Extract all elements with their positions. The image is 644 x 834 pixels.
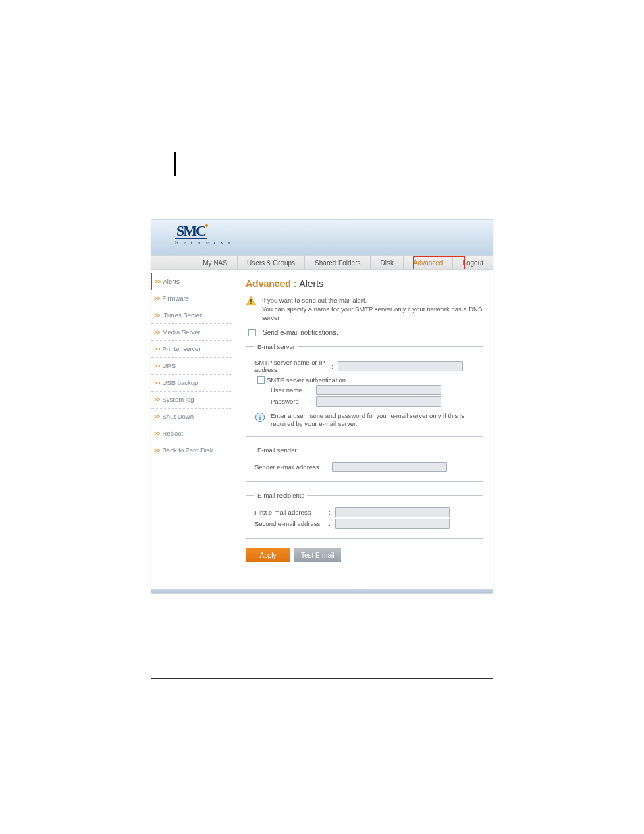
nav-label: Logout (462, 259, 483, 267)
nav-label: Users & Groups (247, 259, 295, 267)
title-prefix: Advanced : (246, 278, 299, 289)
colon: : (306, 386, 316, 394)
sender-address-input[interactable] (332, 462, 447, 472)
page-title: Advanced : Alerts (246, 278, 483, 289)
svg-rect-4 (259, 417, 260, 420)
smtp-address-input[interactable] (338, 361, 463, 371)
header-banner: SMC N e t w o r k s (151, 220, 493, 255)
send-notifications-label: Send e-mail notifications. (263, 329, 338, 336)
sender-address-label: Sender e-mail address (254, 463, 322, 471)
first-email-label: First e-mail address (254, 509, 325, 516)
svg-rect-2 (250, 303, 251, 304)
sidebar-item-system-log[interactable]: >>System log (151, 392, 232, 409)
smc-logo: SMC N e t w o r k s (175, 224, 232, 245)
nav-label: Shared Folders (315, 259, 360, 267)
fieldset-email-server: E-mail server SMTP server name or IP add… (246, 343, 483, 437)
test-email-button[interactable]: Test E-mail (294, 548, 341, 562)
sidebar-item-back-to-zero[interactable]: >>Back to Zero Disk (151, 442, 232, 459)
nav-label: My NAS (203, 259, 227, 267)
button-label: Apply (259, 552, 276, 559)
warning-line1: If you want to send out the mail alert. (262, 296, 483, 305)
footer-gradient-bar (151, 589, 493, 593)
password-label: Password (271, 398, 306, 405)
title-main: Alerts (299, 278, 323, 289)
app-window: SMC N e t w o r k s My NAS Users & Group… (151, 219, 493, 594)
sidebar-item-label: Firmware (163, 294, 190, 302)
colon: : (325, 509, 335, 516)
chevron-icon: >> (154, 363, 160, 370)
smtp-address-label: SMTP server name or IP address (254, 359, 327, 373)
logo-subtext: N e t w o r k s (175, 240, 232, 245)
nav-users-groups[interactable]: Users & Groups (237, 256, 304, 269)
legend-email-recipients: E-mail recipients (254, 492, 307, 499)
smtp-auth-label: SMTP server authentication (267, 376, 346, 384)
svg-rect-5 (259, 415, 260, 415)
sidebar-item-reboot[interactable]: >>Reboot (151, 425, 232, 442)
nav-disk[interactable]: Disk (370, 256, 402, 269)
nav-shared-folders[interactable]: Shared Folders (304, 256, 370, 269)
colon: : (327, 363, 338, 370)
warning-line2: You can specify a name for your SMTP ser… (262, 305, 483, 322)
chevron-icon: >> (154, 346, 160, 353)
nav-label: Disk (380, 259, 393, 267)
chevron-icon: >> (154, 396, 160, 404)
chevron-icon: >> (154, 380, 160, 387)
sidebar-item-label: Printer server (163, 345, 201, 353)
sidebar-item-label: Reboot (163, 429, 184, 437)
main-content: Advanced : Alerts If you want to send ou… (236, 270, 493, 589)
nav-my-nas[interactable]: My NAS (193, 256, 237, 269)
logo-text: SMC (175, 224, 207, 239)
sidebar-item-label: USB backup (163, 379, 198, 386)
smtp-auth-checkbox[interactable] (257, 376, 265, 384)
chevron-icon: >> (155, 278, 161, 286)
sidebar-item-label: Media Server (163, 328, 201, 336)
username-input[interactable] (316, 385, 441, 395)
sidebar-item-ups[interactable]: >>UPS (151, 358, 232, 375)
chevron-icon: >> (154, 447, 160, 454)
sidebar-item-firmware[interactable]: >>Firmware (151, 290, 232, 307)
sidebar-item-label: System log (163, 396, 194, 403)
sidebar-item-alerts[interactable]: >> Alerts (151, 273, 236, 290)
chevron-icon: >> (154, 295, 160, 303)
sidebar-item-label: Shut Down (163, 413, 194, 420)
warning-note: If you want to send out the mail alert. … (246, 296, 483, 322)
sidebar-item-label: Alerts (163, 278, 180, 285)
sidebar-item-shut-down[interactable]: >>Shut Down (151, 409, 232, 425)
sidebar-item-label: Back to Zero Disk (163, 446, 213, 454)
send-notifications-checkbox[interactable] (248, 329, 256, 336)
sidebar-item-printer[interactable]: >>Printer server (151, 341, 232, 358)
colon: : (322, 463, 332, 471)
chevron-icon: >> (154, 413, 160, 421)
sidebar-item-label: iTunes Server (163, 311, 203, 319)
legend-email-server: E-mail server (254, 343, 298, 350)
fieldset-email-sender: E-mail sender Sender e-mail address : (246, 446, 483, 482)
sidebar-item-media[interactable]: >>Media Server (151, 324, 232, 341)
sidebar-item-label: UPS (163, 362, 176, 369)
svg-rect-1 (250, 299, 251, 302)
chevron-icon: >> (154, 312, 160, 319)
password-input[interactable] (316, 396, 441, 407)
legend-email-sender: E-mail sender (254, 446, 300, 454)
colon: : (306, 398, 316, 405)
colon: : (325, 520, 335, 527)
username-label: User name (271, 386, 306, 394)
page-footer-rule (151, 678, 493, 679)
sidebar-item-usb-backup[interactable]: >>USB backup (151, 375, 232, 392)
button-label: Test E-mail (301, 552, 334, 559)
chevron-icon: >> (154, 430, 160, 438)
info-text: Enter a user name and password for your … (271, 412, 475, 428)
text-cursor-mark (174, 152, 176, 176)
first-email-input[interactable] (335, 507, 450, 517)
fieldset-email-recipients: E-mail recipients First e-mail address :… (246, 492, 483, 539)
nav-advanced-highlight (413, 256, 465, 269)
warning-triangle-icon (246, 296, 257, 306)
second-email-label: Second e-mail address (254, 520, 325, 527)
sidebar-item-itunes[interactable]: >>iTunes Server (151, 307, 232, 324)
logo-dot-icon (205, 224, 208, 227)
second-email-input[interactable] (335, 519, 450, 529)
sidebar: >> Alerts >>Firmware >>iTunes Server >>M… (151, 270, 236, 589)
info-circle-icon (254, 412, 265, 423)
apply-button[interactable]: Apply (246, 548, 290, 562)
chevron-icon: >> (154, 329, 160, 336)
